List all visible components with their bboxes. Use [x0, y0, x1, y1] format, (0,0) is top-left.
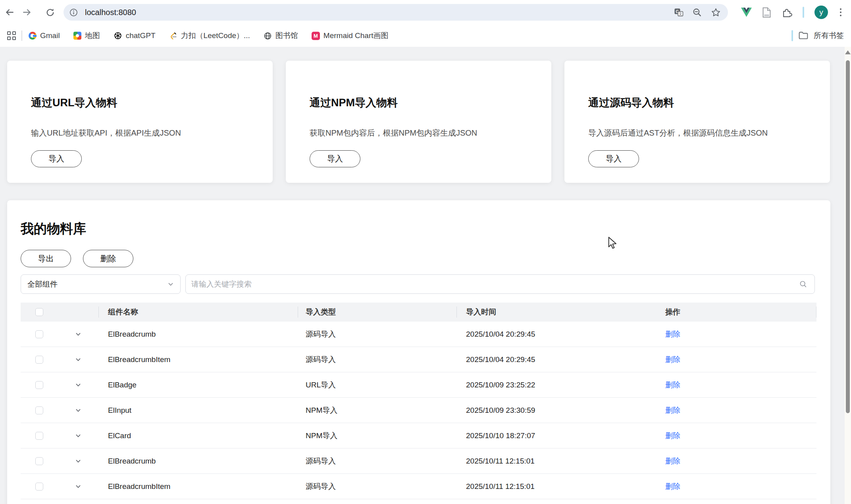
row-checkbox[interactable]	[35, 432, 43, 440]
bookmark-mermaid[interactable]: M Mermaid Chart画图	[312, 31, 389, 41]
row-checkbox[interactable]	[35, 406, 43, 414]
material-library-panel: 我的物料库 导出 删除 全部组件 组件名称	[7, 200, 830, 504]
import-url-button[interactable]: 导入	[31, 150, 82, 167]
chevron-down-icon	[75, 382, 81, 388]
zoom-out-icon[interactable]	[692, 8, 702, 17]
row-delete-link[interactable]: 删除	[665, 431, 680, 441]
url-bar[interactable]: localhost:8080 G文	[64, 4, 728, 21]
table-row: ElBreadcrumb 源码导入 2025/10/11 12:15:01 删除	[21, 448, 816, 474]
browser-menu-button[interactable]	[838, 7, 843, 18]
component-filter-select[interactable]: 全部组件	[21, 274, 181, 294]
leetcode-icon	[169, 32, 177, 40]
table-row: ElBreadcrumb 源码导入 2025/10/04 20:29:45 删除	[21, 322, 816, 347]
translate-icon[interactable]: G文	[674, 8, 683, 17]
header-component-name: 组件名称	[98, 303, 298, 322]
row-expand-toggle[interactable]	[58, 372, 98, 397]
component-name: ElBreadcrumbItem	[98, 347, 298, 372]
row-checkbox[interactable]	[35, 330, 43, 338]
profile-avatar[interactable]: y	[814, 6, 828, 19]
url-text: localhost:8080	[85, 8, 674, 17]
card-description: 获取NPM包内容后，根据NPM包内容生成JSON	[310, 128, 528, 138]
apps-grid-icon[interactable]	[7, 31, 16, 40]
table-body: ElBreadcrumb 源码导入 2025/10/04 20:29:45 删除…	[21, 322, 816, 499]
page-content: 通过URL导入物料 输入URL地址获取API，根据API生成JSON 导入 通过…	[0, 47, 851, 504]
import-time: 2025/10/09 23:25:22	[456, 372, 657, 397]
scrollbar-thumb[interactable]	[846, 60, 850, 413]
row-delete-link[interactable]: 删除	[665, 405, 680, 416]
materials-table: 组件名称 导入类型 导入时间 操作 ElBreadcrumb 源码导入 2025…	[21, 303, 816, 499]
chevron-down-icon	[75, 356, 81, 363]
chevron-down-icon	[75, 331, 81, 337]
all-bookmarks-button[interactable]: 所有书签	[814, 31, 844, 41]
component-name: ElCard	[98, 423, 298, 448]
component-name: ElBreadcrumbItem	[98, 474, 298, 499]
card-import-url: 通过URL导入物料 输入URL地址获取API，根据API生成JSON 导入	[7, 61, 273, 183]
row-delete-link[interactable]: 删除	[665, 481, 680, 492]
bookmark-star-icon[interactable]	[711, 8, 721, 17]
delete-button[interactable]: 删除	[83, 250, 133, 267]
component-name: ElBreadcrumb	[98, 448, 298, 473]
scrollbar-up-arrow-icon[interactable]	[845, 50, 851, 54]
back-button[interactable]	[2, 4, 17, 20]
row-checkbox[interactable]	[35, 381, 43, 389]
expand-column-header	[58, 303, 98, 322]
table-row: ElBreadcrumbItem 源码导入 2025/10/11 12:15:0…	[21, 474, 816, 499]
import-type: 源码导入	[298, 322, 456, 347]
card-title: 通过源码导入物料	[588, 96, 806, 110]
page-scrollbar[interactable]	[845, 47, 851, 504]
forward-button[interactable]	[19, 4, 35, 20]
site-info-button[interactable]	[67, 6, 80, 19]
sidepanel-divider	[803, 7, 804, 18]
document-extension-icon[interactable]	[762, 7, 771, 18]
row-expand-toggle[interactable]	[58, 347, 98, 372]
row-delete-link[interactable]: 删除	[665, 456, 680, 466]
bookmark-chatgpt[interactable]: chatGPT	[114, 31, 156, 40]
import-type: NPM导入	[298, 423, 456, 448]
selected-filter-value: 全部组件	[27, 279, 168, 289]
row-expand-toggle[interactable]	[58, 398, 98, 423]
component-name: ElInput	[98, 398, 298, 423]
row-checkbox[interactable]	[35, 356, 43, 364]
import-type: 源码导入	[298, 474, 456, 499]
row-expand-toggle[interactable]	[58, 423, 98, 448]
vue-extension-icon[interactable]	[741, 8, 752, 17]
table-row: ElBreadcrumbItem 源码导入 2025/10/04 20:29:4…	[21, 347, 816, 372]
bookmarks-right-divider	[791, 30, 793, 41]
import-type: URL导入	[298, 372, 456, 397]
row-expand-toggle[interactable]	[58, 322, 98, 347]
card-title: 通过URL导入物料	[31, 96, 249, 110]
row-delete-link[interactable]: 删除	[665, 380, 680, 390]
import-time: 2025/10/09 23:30:59	[456, 398, 657, 423]
import-npm-button[interactable]: 导入	[310, 150, 360, 167]
row-delete-link[interactable]: 删除	[665, 329, 680, 339]
import-time: 2025/10/11 12:15:01	[456, 448, 657, 473]
browser-window: localhost:8080 G文 y Gmail 地图	[0, 0, 851, 504]
row-checkbox[interactable]	[35, 457, 43, 465]
row-checkbox[interactable]	[35, 483, 43, 491]
import-source-button[interactable]: 导入	[588, 150, 639, 167]
table-row: ElBadge URL导入 2025/10/09 23:25:22 删除	[21, 372, 816, 398]
bookmark-gmail[interactable]: Gmail	[29, 31, 60, 40]
search-icon[interactable]	[799, 280, 807, 288]
reload-button[interactable]	[42, 4, 58, 20]
row-delete-link[interactable]: 删除	[665, 355, 680, 365]
table-row: ElCard NPM导入 2025/10/10 18:27:07 删除	[21, 423, 816, 448]
bookmark-leetcode[interactable]: 力扣（LeetCode）...	[169, 31, 250, 41]
import-type: 源码导入	[298, 347, 456, 372]
row-expand-toggle[interactable]	[58, 448, 98, 473]
select-all-checkbox[interactable]	[35, 308, 43, 316]
search-input[interactable]	[191, 280, 799, 289]
header-import-time: 导入时间	[456, 303, 657, 322]
bookmark-maps[interactable]: 地图	[73, 31, 100, 41]
extensions-puzzle-icon[interactable]	[782, 7, 792, 18]
reload-icon	[45, 8, 55, 17]
import-time: 2025/10/04 20:29:45	[456, 322, 657, 347]
bookmark-library[interactable]: 图书馆	[264, 31, 298, 41]
info-icon	[69, 8, 78, 17]
import-time: 2025/10/11 12:15:01	[456, 474, 657, 499]
header-actions: 操作	[657, 303, 816, 322]
export-button[interactable]: 导出	[21, 250, 71, 267]
bookmarks-bar: Gmail 地图 chatGPT 力扣（LeetCode）... 图书馆 M M…	[0, 25, 851, 47]
browser-toolbar: localhost:8080 G文 y	[0, 0, 851, 25]
row-expand-toggle[interactable]	[58, 474, 98, 499]
